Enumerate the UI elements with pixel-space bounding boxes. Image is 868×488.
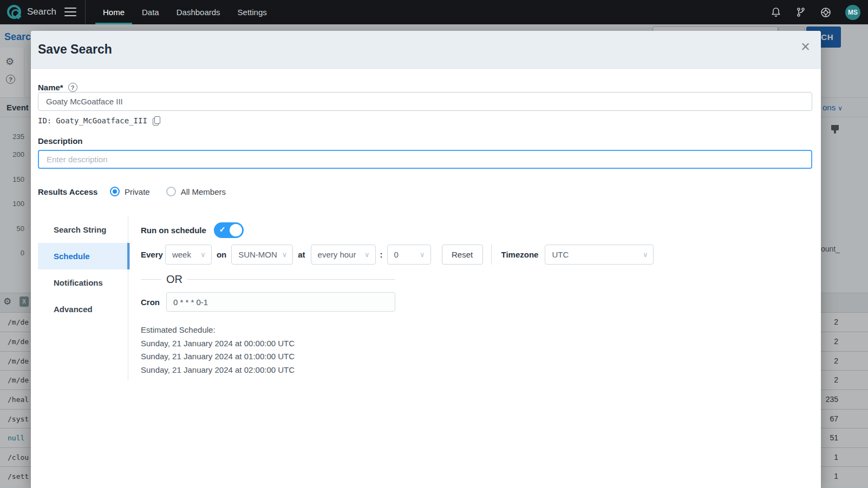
tab-advanced[interactable]: Advanced — [38, 296, 128, 322]
chevron-down-icon: ∨ — [200, 250, 206, 259]
chevron-down-icon: ∨ — [420, 250, 425, 259]
run-on-schedule-label: Run on schedule — [141, 226, 206, 235]
cron-row: Cron — [141, 292, 395, 312]
estimated-schedule-heading: Estimated Schedule: — [141, 324, 295, 337]
modal-title: Save Search — [38, 42, 112, 57]
run-on-schedule-toggle[interactable]: ✓ — [214, 222, 244, 238]
tab-schedule[interactable]: Schedule — [38, 243, 128, 269]
cron-input[interactable] — [166, 292, 395, 312]
id-label: ID: — [38, 116, 51, 125]
run-on-schedule-row: Run on schedule ✓ — [141, 222, 244, 238]
timezone-label: Timezone — [501, 250, 539, 259]
schedule-controls-row: Every week∨ on SUN-MON∨ at every hour∨ :… — [141, 245, 654, 265]
vertical-divider — [491, 245, 492, 265]
id-row: ID: Goaty_McGoatface_III — [38, 116, 160, 125]
every-label: Every — [141, 250, 163, 259]
radio-all-members[interactable]: All Members — [166, 187, 226, 196]
radio-checked-icon — [110, 187, 120, 196]
results-access-label: Results Access — [38, 187, 110, 196]
estimated-schedule: Estimated Schedule: Sunday, 21 January 2… — [141, 324, 295, 377]
tab-notifications[interactable]: Notifications — [38, 269, 128, 296]
on-label: on — [217, 250, 226, 259]
or-label: OR — [166, 273, 182, 286]
timezone-dropdown[interactable]: UTC∨ — [545, 245, 654, 265]
copy-icon[interactable] — [153, 116, 160, 125]
results-access-row: Results Access Private All Members — [38, 187, 242, 196]
save-search-modal: Save Search × Name* ID: Goaty_McGoatface… — [31, 31, 821, 488]
hour-dropdown[interactable]: every hour∨ — [311, 245, 376, 265]
help-icon[interactable] — [68, 83, 77, 92]
chevron-down-icon: ∨ — [643, 250, 648, 259]
screen: Search Home Data Dashboards Settings MS … — [0, 0, 868, 488]
modal-side-tabs: Search String Schedule Notifications Adv… — [38, 216, 128, 322]
name-label: Name* — [38, 83, 63, 92]
colon-separator: : — [380, 250, 383, 259]
reset-button[interactable]: Reset — [442, 245, 483, 265]
estimated-schedule-line: Sunday, 21 January 2024 at 00:00:00 UTC — [141, 337, 295, 351]
check-icon: ✓ — [219, 225, 226, 234]
chevron-down-icon: ∨ — [282, 250, 288, 259]
description-input[interactable] — [38, 150, 812, 169]
radio-unchecked-icon — [166, 187, 176, 196]
tabs-divider — [128, 216, 128, 380]
chevron-down-icon: ∨ — [364, 250, 370, 259]
toggle-knob — [230, 224, 242, 236]
description-label: Description — [38, 136, 83, 146]
day-dropdown[interactable]: SUN-MON∨ — [231, 245, 293, 265]
tab-search-string[interactable]: Search String — [38, 216, 128, 243]
name-label-row: Name* — [38, 83, 77, 92]
name-input[interactable] — [38, 92, 812, 111]
estimated-schedule-line: Sunday, 21 January 2024 at 02:00:00 UTC — [141, 364, 295, 377]
every-dropdown[interactable]: week∨ — [165, 245, 212, 265]
radio-private[interactable]: Private — [110, 187, 150, 196]
minute-dropdown[interactable]: 0∨ — [387, 245, 431, 265]
id-value: Goaty_McGoatface_III — [56, 116, 147, 125]
estimated-schedule-line: Sunday, 21 January 2024 at 01:00:00 UTC — [141, 350, 295, 364]
cron-label: Cron — [141, 298, 160, 307]
modal-header: Save Search × — [31, 31, 821, 69]
at-label: at — [298, 250, 305, 259]
close-icon[interactable]: × — [801, 39, 810, 55]
or-divider: OR — [141, 273, 395, 286]
